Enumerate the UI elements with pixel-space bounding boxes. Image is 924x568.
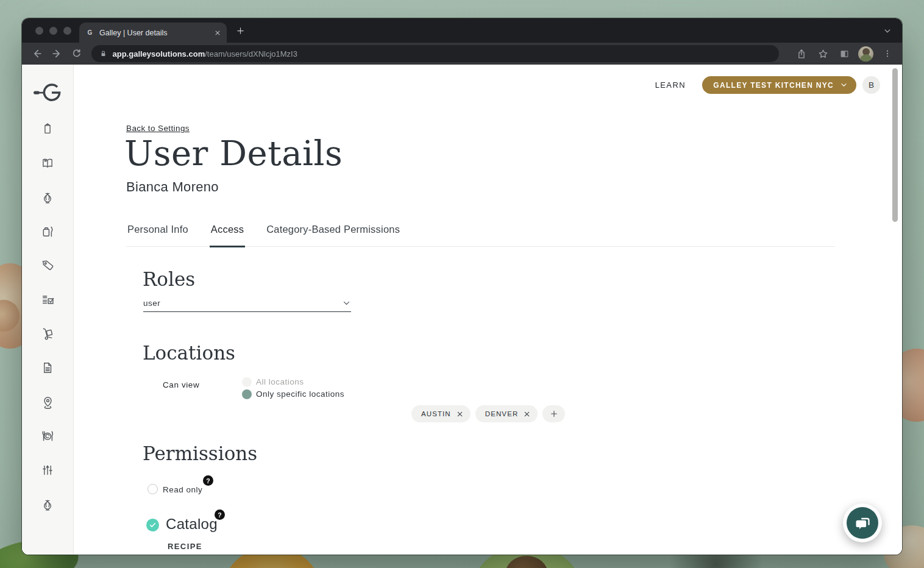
page-scrollbar[interactable] — [892, 68, 898, 222]
document-icon[interactable] — [40, 360, 55, 375]
bookmark-star-icon[interactable] — [816, 46, 830, 61]
sliders-icon[interactable] — [40, 463, 55, 478]
chevron-down-icon — [840, 81, 848, 89]
side-panel-icon[interactable] — [837, 46, 851, 61]
url-path: /team/users/dXNlcjo1MzI3 — [205, 49, 297, 59]
detail-tabs: Personal Info Access Category-Based Perm… — [126, 223, 835, 247]
remove-icon — [524, 411, 530, 417]
onion-icon-2[interactable] — [40, 497, 55, 512]
window-controls[interactable] — [35, 27, 71, 35]
chat-widget-button[interactable] — [843, 503, 882, 542]
cutting-board-knife-icon[interactable] — [40, 224, 55, 239]
chat-bubble-icon — [847, 507, 878, 539]
org-switcher-button[interactable]: GALLEY TEST KITCHEN NYC — [702, 76, 856, 94]
radio-all-locations[interactable]: All locations — [242, 376, 344, 388]
remove-icon — [457, 411, 463, 417]
page-title: User Details — [124, 133, 343, 173]
recipe-category-label: RECIPE — [168, 542, 202, 551]
radio-off-icon[interactable] — [242, 377, 252, 387]
check-icon — [149, 521, 157, 529]
catalog-checkbox[interactable] — [146, 519, 159, 531]
back-icon[interactable] — [29, 46, 45, 62]
open-book-icon[interactable] — [40, 155, 55, 171]
forward-icon[interactable] — [49, 46, 65, 62]
radio-only-specific-locations[interactable]: Only specific locations — [242, 388, 344, 400]
chevron-down-icon — [342, 299, 351, 308]
tab-search-chevron-icon[interactable] — [883, 26, 892, 36]
user-name: Bianca Moreno — [126, 179, 219, 195]
roles-selected-value: user — [143, 299, 342, 308]
roles-select[interactable]: user — [143, 294, 351, 312]
catalog-label: Catalog — [166, 516, 218, 533]
learn-link[interactable]: LEARN — [655, 80, 686, 90]
add-location-button[interactable] — [542, 405, 565, 422]
chip-denver[interactable]: DENVER — [475, 405, 538, 422]
reload-icon[interactable] — [69, 46, 85, 62]
app-sidebar — [22, 65, 74, 555]
plate-cutlery-icon[interactable] — [40, 428, 55, 444]
browser-toolbar: app.galleysolutions.com/team/users/dXNlc… — [22, 43, 902, 65]
read-only-label: Read only — [163, 485, 202, 494]
catalog-help-icon[interactable]: ? — [215, 509, 225, 520]
url-host: app.galleysolutions.com — [113, 49, 205, 59]
permissions-heading: Permissions — [143, 442, 257, 464]
share-icon[interactable] — [794, 46, 809, 61]
checklist-icon[interactable] — [40, 292, 55, 307]
chip-austin[interactable]: AUSTIN — [411, 405, 471, 422]
read-only-help-icon[interactable]: ? — [203, 475, 213, 486]
tab-category-based-permissions[interactable]: Category-Based Permissions — [265, 223, 401, 246]
new-tab-button[interactable] — [235, 26, 246, 36]
browser-tab[interactable]: G Galley | User details — [79, 23, 227, 43]
browser-window: G Galley | User details app.galleysol — [22, 18, 902, 555]
map-pin-icon[interactable] — [40, 394, 55, 410]
can-view-label: Can view — [163, 380, 199, 389]
tab-close-icon[interactable] — [215, 30, 221, 36]
radio-on-icon[interactable] — [242, 389, 252, 399]
tab-personal-info[interactable]: Personal Info — [126, 223, 190, 246]
plus-icon — [550, 410, 558, 418]
galley-favicon-icon: G — [85, 28, 94, 37]
flip-board-icon[interactable] — [40, 121, 55, 137]
browser-tab-strip: G Galley | User details — [22, 18, 902, 43]
onion-icon[interactable] — [40, 190, 55, 205]
tab-access[interactable]: Access — [210, 223, 245, 247]
location-scope-radio-group: All locations Only specific locations — [242, 376, 344, 400]
roles-heading: Roles — [143, 268, 195, 290]
main-panel: LEARN GALLEY TEST KITCHEN NYC B Back to … — [74, 65, 902, 555]
address-bar[interactable]: app.galleysolutions.com/team/users/dXNlc… — [91, 45, 780, 62]
lock-icon — [99, 49, 107, 58]
org-name: GALLEY TEST KITCHEN NYC — [713, 81, 834, 90]
user-avatar[interactable]: B — [862, 76, 880, 94]
hand-truck-icon[interactable] — [40, 326, 55, 341]
location-chips: AUSTIN DENVER — [411, 405, 565, 422]
locations-heading: Locations — [143, 342, 235, 364]
browser-profile-avatar[interactable] — [858, 46, 873, 62]
price-tag-icon[interactable] — [40, 258, 55, 273]
back-to-settings-link[interactable]: Back to Settings — [126, 124, 190, 133]
galley-logo[interactable] — [33, 83, 62, 102]
read-only-checkbox[interactable] — [147, 484, 158, 494]
tab-title: Galley | User details — [99, 29, 215, 37]
browser-menu-icon[interactable] — [880, 46, 895, 61]
page-content: LEARN GALLEY TEST KITCHEN NYC B Back to … — [22, 65, 902, 555]
